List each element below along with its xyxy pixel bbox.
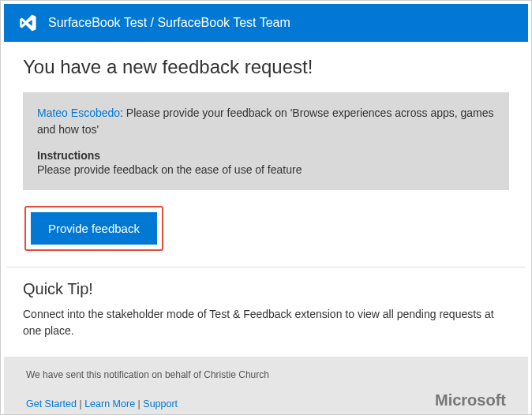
get-started-link[interactable]: Get Started	[26, 398, 77, 409]
requester-name: Mateo Escobedo	[37, 107, 120, 119]
tip-text: Connect into the stakeholder mode of Tes…	[23, 306, 509, 339]
tip-section: Quick Tip! Connect into the stakeholder …	[1, 267, 531, 357]
page-heading: You have a new feedback request!	[23, 56, 509, 78]
header-title: SurfaceBook Test / SurfaceBook Test Team	[48, 16, 290, 30]
footer-notification: We have sent this notification on behalf…	[26, 369, 506, 380]
footer: We have sent this notification on behalf…	[4, 357, 528, 415]
microsoft-brand: Microsoft	[435, 391, 506, 409]
tip-heading: Quick Tip!	[23, 280, 509, 298]
learn-more-link[interactable]: Learn More	[84, 398, 135, 409]
vs-logo-icon	[17, 12, 39, 34]
support-link[interactable]: Support	[143, 398, 178, 409]
notify-name: Christie Church	[204, 369, 269, 380]
header-bar: SurfaceBook Test / SurfaceBook Test Team	[4, 4, 528, 42]
notify-prefix: We have sent this notification on behalf…	[26, 369, 204, 380]
main-content: You have a new feedback request! Mateo E…	[1, 45, 531, 267]
footer-links: Get Started | Learn More | Support	[26, 398, 178, 409]
request-message: Mateo Escobedo: Please provide your feed…	[37, 105, 495, 138]
request-separator: :	[120, 107, 126, 119]
instructions-label: Instructions	[37, 149, 495, 162]
request-box: Mateo Escobedo: Please provide your feed…	[23, 92, 509, 190]
instructions-text: Please provide feedback on the ease of u…	[37, 163, 495, 176]
footer-bottom-row: Get Started | Learn More | Support Micro…	[26, 391, 506, 409]
provide-feedback-button[interactable]: Provide feedback	[31, 212, 157, 245]
button-highlight: Provide feedback	[24, 206, 163, 251]
